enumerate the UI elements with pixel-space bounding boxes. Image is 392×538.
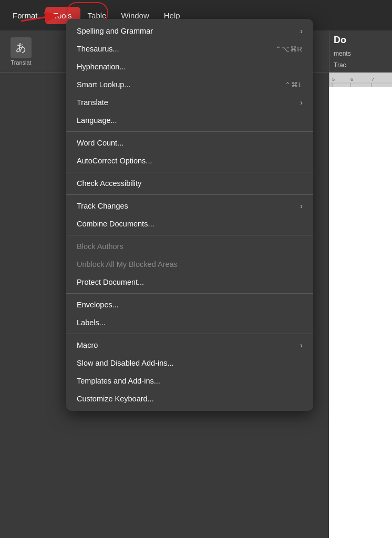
submenu-arrow-track: ›	[300, 202, 303, 210]
menu-item-protect-document[interactable]: Protect Document...	[66, 273, 313, 291]
menu-item-combine-documents[interactable]: Combine Documents...	[66, 215, 313, 233]
divider-5	[66, 293, 313, 294]
menu-item-unblock-all: Unblock All My Blocked Areas	[66, 255, 313, 273]
menu-item-macro[interactable]: Macro ›	[66, 336, 313, 354]
menu-item-language[interactable]: Language...	[66, 111, 313, 129]
menu-item-check-accessibility[interactable]: Check Accessibility	[66, 174, 313, 192]
menu-item-word-count[interactable]: Word Count...	[66, 134, 313, 152]
menu-item-envelopes[interactable]: Envelopes...	[66, 296, 313, 314]
menu-item-track-changes[interactable]: Track Changes ›	[66, 197, 313, 215]
menu-item-smart-lookup[interactable]: Smart Lookup... ⌃⌘L	[66, 76, 313, 94]
ruler-svg: 5 6 7	[329, 73, 392, 87]
menu-item-templates-addins[interactable]: Templates and Add-ins...	[66, 372, 313, 390]
tools-dropdown-menu: Spelling and Grammar › Thesaurus... ⌃⌥⌘R…	[66, 19, 313, 411]
divider-1	[66, 131, 313, 132]
divider-4	[66, 235, 313, 235]
menu-item-customize-keyboard[interactable]: Customize Keyboard...	[66, 390, 313, 408]
toolbar-translate-label: Translat	[11, 59, 31, 66]
right-panel-title: Do	[334, 35, 388, 46]
right-panel-track: Trac	[334, 61, 388, 69]
svg-text:5: 5	[332, 77, 335, 82]
svg-text:6: 6	[350, 77, 353, 82]
ruler: 5 6 7	[329, 73, 392, 87]
svg-text:7: 7	[372, 77, 374, 82]
menu-item-thesaurus[interactable]: Thesaurus... ⌃⌥⌘R	[66, 40, 313, 58]
divider-6	[66, 334, 313, 334]
menu-item-spelling-grammar[interactable]: Spelling and Grammar ›	[66, 22, 313, 40]
menu-item-labels[interactable]: Labels...	[66, 314, 313, 332]
menu-item-autocorrect[interactable]: AutoCorrect Options...	[66, 152, 313, 170]
menu-item-hyphenation[interactable]: Hyphenation...	[66, 58, 313, 76]
submenu-arrow: ›	[300, 27, 303, 35]
svg-rect-2	[329, 73, 392, 87]
menubar-item-format[interactable]: Format	[5, 8, 45, 23]
menu-item-translate[interactable]: Translate ›	[66, 94, 313, 111]
translate-icon: あ	[11, 37, 32, 58]
document-area	[329, 87, 392, 538]
submenu-arrow-translate: ›	[300, 98, 303, 107]
menu-item-slow-addins[interactable]: Slow and Disabled Add-ins...	[66, 354, 313, 372]
divider-2	[66, 172, 313, 172]
toolbar-translate[interactable]: あ Translat	[5, 34, 37, 69]
submenu-arrow-macro: ›	[300, 341, 303, 349]
right-panel-ments: ments	[334, 50, 388, 57]
menu-item-block-authors: Block Authors	[66, 237, 313, 255]
divider-3	[66, 194, 313, 195]
